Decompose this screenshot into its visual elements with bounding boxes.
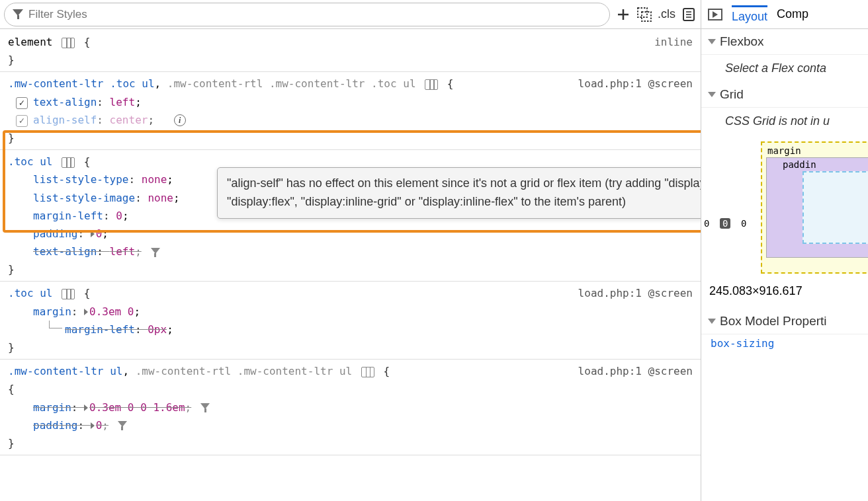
section-flexbox-body: Select a Flex conta [701,55,868,82]
expand-twisty[interactable] [91,231,95,237]
filter-styles-input[interactable] [28,8,601,21]
inactive-css-tooltip: "align-self" has no effect on this eleme… [217,167,701,219]
cls-toggle[interactable]: .cls [658,7,675,21]
hover-pseudo-button[interactable] [636,7,652,22]
rule-block[interactable]: element { inline } [0,30,701,72]
sub-declaration[interactable]: margin-left: 0px; [8,321,693,338]
selector[interactable]: .toc ul { [8,284,90,302]
box-model-props-header[interactable]: Box Model Properti [701,309,868,334]
section-grid-header[interactable]: Grid [701,82,868,108]
layout-tabs: Layout Comp [701,0,868,29]
declaration[interactable]: padding: 0; [8,225,693,243]
declaration[interactable]: ✓ text-align: left; [8,93,693,111]
selector-text: element [8,36,52,48]
declaration-toggle[interactable]: ✓ [16,97,28,109]
declaration[interactable]: margin: 0.3em 0 0 1.6em; [8,399,693,416]
flex-badge-icon[interactable] [425,79,438,90]
element-dimensions: 245.083×916.617 [701,274,868,309]
filter-icon [13,9,23,20]
svg-rect-0 [638,8,647,17]
rule-location[interactable]: load.php:1 @screen [578,284,693,302]
rule-location[interactable]: load.php:1 @screen [578,75,693,93]
flex-badge-icon[interactable] [62,157,75,168]
rule-location[interactable]: load.php:1 @screen [578,362,693,380]
expand-twisty[interactable] [91,422,95,429]
box-sizing-prop[interactable]: box-sizing [701,334,868,352]
declaration[interactable]: padding: 0; [8,416,693,434]
border-left-val[interactable]: 0 [720,218,730,229]
flex-badge-icon[interactable] [62,38,75,48]
selector[interactable]: .mw-content-ltr .toc ul, .mw-content-rtl… [8,75,453,93]
declaration[interactable]: margin: 0.3em 0; [8,303,693,321]
declaration-toggle[interactable]: ✓ [16,115,28,127]
flex-badge-icon[interactable] [361,367,374,377]
add-rule-button[interactable] [615,7,631,22]
expand-twisty[interactable] [84,309,88,315]
declaration[interactable]: ✓ align-self: center; i [8,111,693,129]
margin-label: margin [767,145,801,156]
rules-list: "align-self" has no effect on this eleme… [0,29,701,457]
styles-toolbar: .cls [0,0,701,29]
box-model-diagram[interactable]: margin border paddin 0 0 0 [761,141,868,274]
section-grid-body: CSS Grid is not in u [701,108,868,135]
tab-computed[interactable]: Comp [777,7,808,21]
section-flexbox-header[interactable]: Flexbox [701,29,868,55]
filter-overridden-icon[interactable] [200,403,210,412]
info-icon[interactable]: i [174,114,186,126]
selector[interactable]: .toc ul { [8,153,90,171]
rule-location[interactable]: inline [654,33,693,51]
play-icon[interactable] [708,9,722,20]
rule-block[interactable]: .mw-content-ltr .toc ul, .mw-content-rtl… [0,72,701,150]
svg-rect-1 [642,12,651,21]
rule-block[interactable]: .mw-content-ltr ul, .mw-content-rtl .mw-… [0,360,701,455]
selector[interactable]: .mw-content-ltr ul, .mw-content-rtl .mw-… [8,362,390,380]
filter-overridden-icon[interactable] [118,421,128,430]
rule-block[interactable]: .toc ul { load.php:1 @screen margin: 0.3… [0,282,701,360]
padding-label: paddin [783,159,816,170]
stylesheet-icon[interactable] [681,7,697,22]
chevron-down-icon [708,319,716,324]
selector[interactable]: element { [8,33,90,51]
margin-left-val[interactable]: 0 [704,218,709,229]
flex-badge-icon[interactable] [62,289,75,299]
filter-styles-box[interactable] [4,3,610,26]
padding-left-val[interactable]: 0 [741,218,746,229]
tab-layout[interactable]: Layout [732,5,767,24]
filter-overridden-icon[interactable] [151,248,161,257]
branch-icon [49,321,62,328]
expand-twisty[interactable] [84,405,88,411]
chevron-down-icon [708,39,716,44]
declaration[interactable]: text-align: left; [8,243,693,260]
chevron-down-icon [708,92,716,97]
